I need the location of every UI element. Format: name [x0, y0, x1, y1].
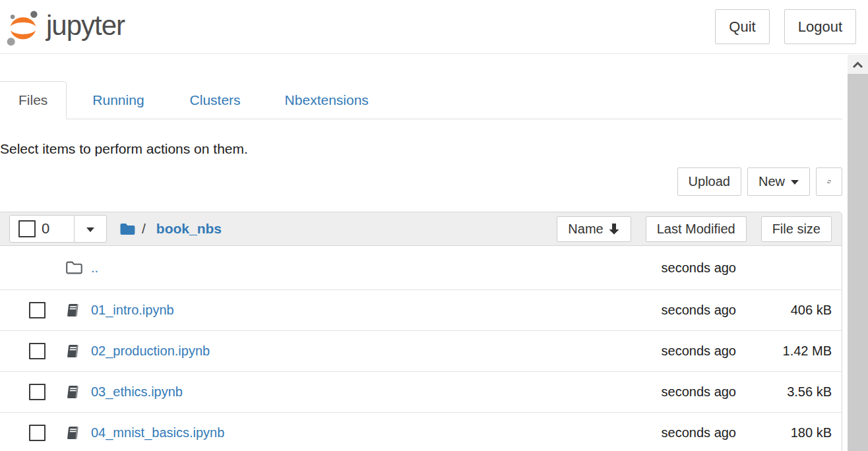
refresh-icon: [827, 175, 831, 189]
vertical-scrollbar[interactable]: [848, 55, 868, 451]
row-checkbox[interactable]: [29, 384, 46, 400]
file-size-text: 406 kB: [736, 303, 832, 318]
table-row[interactable]: 04_mnist_basics.ipynb seconds ago 180 kB: [0, 413, 842, 451]
file-link[interactable]: ..: [91, 260, 98, 276]
refresh-button[interactable]: [816, 167, 842, 196]
table-row[interactable]: 01_intro.ipynb seconds ago 406 kB: [0, 290, 842, 331]
table-row[interactable]: 02_production.ipynb seconds ago 1.42 MB: [0, 331, 842, 372]
row-checkbox[interactable]: [29, 425, 46, 441]
brand-wordmark: jupyter: [46, 10, 125, 44]
notebook-icon: [65, 344, 83, 359]
notebook-icon: [65, 425, 83, 440]
sort-by-size-button[interactable]: File size: [761, 216, 832, 242]
new-button-label: New: [759, 173, 785, 191]
select-all-checkbox[interactable]: [18, 220, 36, 237]
logout-button[interactable]: Logout: [784, 9, 856, 44]
tab-running[interactable]: Running: [78, 81, 158, 119]
breadcrumb-current-folder[interactable]: book_nbs: [156, 221, 222, 237]
select-dropdown-button[interactable]: [74, 215, 107, 243]
file-size-text: 180 kB: [736, 425, 832, 440]
sort-by-modified-button[interactable]: Last Modified: [646, 216, 747, 242]
new-dropdown-button[interactable]: New: [747, 167, 810, 196]
tab-nbextensions[interactable]: Nbextensions: [270, 81, 383, 119]
list-toolbar: 0 / book_nbs Name: [0, 212, 842, 246]
tab-clusters[interactable]: Clusters: [175, 81, 255, 119]
table-row[interactable]: 03_ethics.ipynb seconds ago 3.56 kB: [0, 372, 842, 413]
arrow-down-icon: [608, 222, 620, 235]
breadcrumb-separator: /: [142, 221, 146, 237]
selected-count: 0: [42, 220, 49, 237]
table-row[interactable]: .. seconds ago: [0, 246, 842, 290]
select-all-button[interactable]: 0: [9, 215, 75, 243]
main-content: Files Running Clusters Nbextensions Sele…: [0, 81, 842, 451]
file-link[interactable]: 03_ethics.ipynb: [91, 384, 183, 400]
file-link[interactable]: 04_mnist_basics.ipynb: [91, 425, 224, 440]
folder-icon[interactable]: [119, 222, 136, 236]
last-modified-text: seconds ago: [662, 260, 736, 276]
last-modified-text: seconds ago: [662, 425, 736, 440]
tab-files[interactable]: Files: [0, 81, 67, 119]
sort-name-label: Name: [568, 222, 603, 237]
jupyter-logo: jupyter: [5, 7, 125, 47]
row-checkbox[interactable]: [29, 302, 46, 318]
notebook-list: 0 / book_nbs Name: [0, 212, 842, 451]
hint-text: Select items to perform actions on them.: [0, 139, 842, 158]
row-checkbox[interactable]: [29, 343, 46, 359]
file-link[interactable]: 02_production.ipynb: [91, 344, 210, 359]
caret-down-icon: [791, 180, 799, 185]
notebook-icon: [65, 303, 83, 318]
file-rows: .. seconds ago 01_intro.ipynb seconds ag…: [0, 246, 842, 451]
breadcrumb: / book_nbs: [119, 221, 222, 237]
file-link[interactable]: 01_intro.ipynb: [91, 303, 174, 318]
scrollbar-thumb[interactable]: [848, 74, 868, 451]
caret-down-icon: [86, 227, 94, 232]
upload-button[interactable]: Upload: [677, 167, 741, 196]
notebook-icon: [65, 384, 83, 400]
app-header: jupyter Quit Logout: [0, 0, 868, 54]
last-modified-text: seconds ago: [662, 384, 736, 400]
last-modified-text: seconds ago: [662, 303, 736, 318]
file-size-text: 3.56 kB: [736, 384, 832, 400]
sort-buttons: Name Last Modified File size: [557, 216, 832, 242]
select-button-group: 0: [9, 215, 107, 243]
jupyter-planet-icon: [5, 9, 41, 47]
tab-bar: Files Running Clusters Nbextensions: [0, 81, 842, 119]
sort-by-name-button[interactable]: Name: [557, 216, 631, 242]
folder-open-icon: [65, 260, 83, 275]
quit-button[interactable]: Quit: [715, 9, 769, 44]
file-size-text: 1.42 MB: [736, 344, 832, 359]
action-row: Upload New: [0, 167, 842, 196]
chevron-up-icon: [852, 61, 864, 69]
last-modified-text: seconds ago: [662, 344, 736, 359]
scroll-up-button[interactable]: [848, 55, 868, 74]
